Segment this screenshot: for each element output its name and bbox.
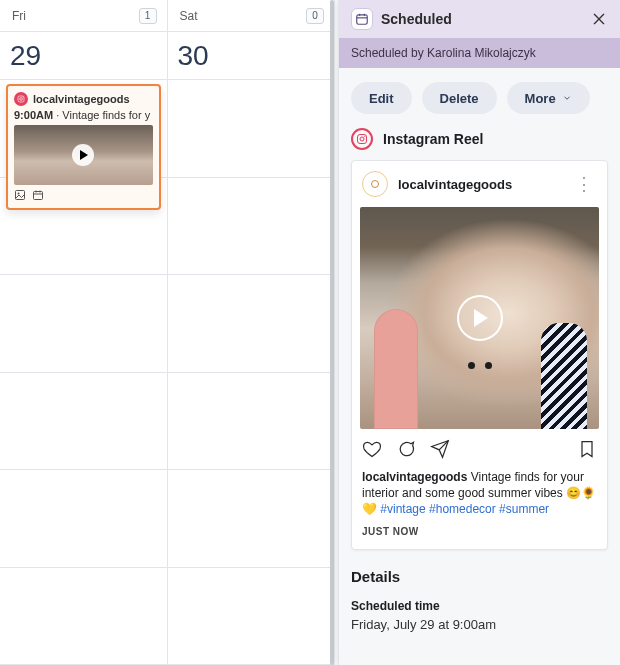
panel-subtitle: Scheduled by Karolina Mikolajczyk	[339, 38, 620, 68]
time-slot[interactable]	[168, 178, 335, 276]
weekday-label: Fri	[12, 9, 26, 23]
time-slot[interactable]	[168, 80, 335, 178]
post-preview: localvintagegoods ⋮ localvintagegoods Vi…	[351, 160, 608, 550]
svg-point-17	[364, 136, 365, 137]
svg-rect-9	[357, 15, 368, 24]
day-post-count: 1	[139, 8, 157, 24]
calendar: Fri 1 29 localvintagegoods 9:00AM · Vint…	[0, 0, 335, 665]
svg-point-2	[22, 97, 23, 98]
calendar-column-sat: Sat 0 30	[168, 0, 336, 665]
svg-point-1	[20, 98, 23, 101]
time-slot[interactable]	[0, 178, 167, 276]
detail-panel: Scheduled Scheduled by Karolina Mikolajc…	[338, 0, 620, 665]
panel-header: Scheduled	[339, 0, 620, 38]
time-slot[interactable]	[0, 373, 167, 471]
event-time-caption: 9:00AM · Vintage finds for y	[14, 109, 153, 121]
edit-button[interactable]: Edit	[351, 82, 412, 114]
play-icon[interactable]	[457, 295, 503, 341]
calendar-column-fri: Fri 1 29 localvintagegoods 9:00AM · Vint…	[0, 0, 168, 665]
caption: localvintagegoods Vintage finds for your…	[352, 469, 607, 526]
day-post-count: 0	[306, 8, 324, 24]
chevron-down-icon	[562, 93, 572, 103]
avatar	[362, 171, 388, 197]
close-button[interactable]	[588, 8, 610, 30]
event-thumbnail	[14, 125, 153, 185]
scrollbar[interactable]	[330, 0, 334, 665]
weekday-header: Fri 1	[0, 0, 167, 32]
panel-title-text: Scheduled	[381, 11, 452, 27]
platform-row: Instagram Reel	[339, 128, 620, 160]
more-options-icon[interactable]: ⋮	[571, 173, 597, 195]
heart-icon[interactable]	[362, 439, 382, 463]
play-icon	[72, 144, 94, 166]
bookmark-icon[interactable]	[577, 439, 597, 463]
date-number: 29	[0, 32, 167, 80]
event-account: localvintagegoods	[33, 93, 130, 105]
time-slot[interactable]	[0, 568, 167, 666]
instagram-icon	[14, 92, 28, 106]
details-heading: Details	[351, 568, 608, 585]
scheduled-time-label: Scheduled time	[351, 599, 608, 613]
panel-actions: Edit Delete More	[339, 68, 620, 128]
weekday-label: Sat	[180, 9, 198, 23]
time-slot[interactable]	[0, 470, 167, 568]
decor	[374, 309, 418, 429]
details-section: Details Scheduled time Friday, July 29 a…	[339, 550, 620, 632]
more-button[interactable]: More	[507, 82, 590, 114]
posted-time: JUST NOW	[352, 526, 607, 549]
svg-point-16	[360, 137, 364, 141]
platform-label: Instagram Reel	[383, 131, 483, 147]
date-number: 30	[168, 32, 335, 80]
time-slot[interactable]	[168, 275, 335, 373]
time-slot[interactable]	[0, 275, 167, 373]
time-slot[interactable]	[168, 568, 335, 666]
decor	[468, 362, 492, 369]
delete-button[interactable]: Delete	[422, 82, 497, 114]
comment-icon[interactable]	[396, 439, 416, 463]
time-slot[interactable]: localvintagegoods 9:00AM · Vintage finds…	[0, 80, 167, 178]
time-slot[interactable]	[168, 373, 335, 471]
scheduled-icon	[351, 8, 373, 30]
time-slot[interactable]	[168, 470, 335, 568]
weekday-header: Sat 0	[168, 0, 335, 32]
scheduled-time-value: Friday, July 29 at 9:00am	[351, 617, 608, 632]
decor	[541, 323, 587, 429]
instagram-icon	[351, 128, 373, 150]
share-icon[interactable]	[430, 439, 450, 463]
preview-account: localvintagegoods	[398, 177, 512, 192]
media-preview[interactable]	[360, 207, 599, 429]
